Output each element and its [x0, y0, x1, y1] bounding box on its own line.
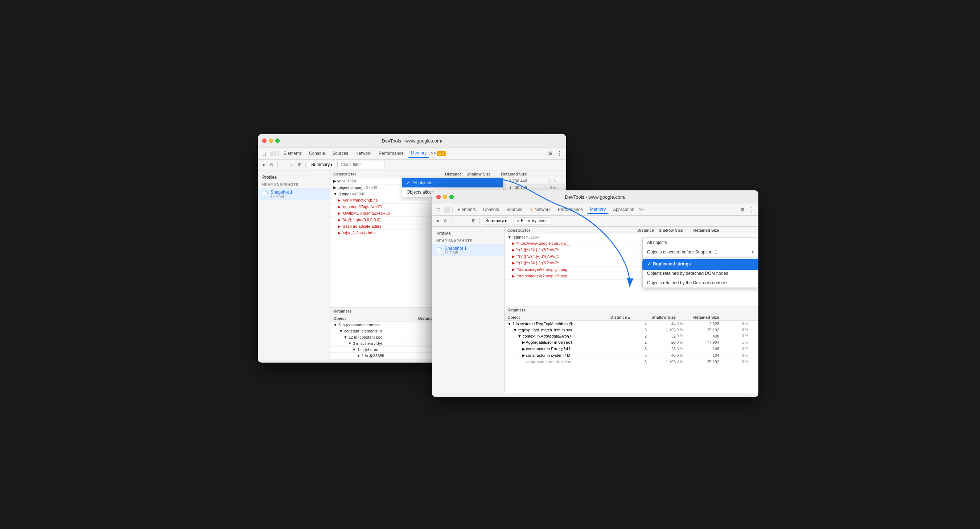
back-checkmark: ✓	[407, 180, 410, 185]
back-tab-network[interactable]: Network	[353, 149, 374, 157]
back-upload-icon[interactable]: ↑	[281, 162, 286, 167]
back-settings-icon[interactable]: ⚙	[547, 150, 554, 157]
front-col-distance: Distance	[625, 228, 654, 232]
table-row[interactable]: ▼ regexp_last_match_info in sys 3 1 196 …	[504, 327, 758, 333]
front-tab-performance[interactable]: Performance	[555, 206, 586, 214]
front-snapshot-item[interactable]: 📄 Snapshot 1 11.7 MB	[432, 245, 504, 256]
front-inspect-icon[interactable]: ⬚	[434, 206, 441, 213]
back-sidebar-profiles[interactable]: Profiles	[258, 173, 330, 181]
front-summary-select[interactable]: Summary ▾	[483, 217, 509, 224]
front-dropdown-detached-dom[interactable]: Objects retained by detached DOM nodes	[643, 268, 758, 278]
back-more-tabs[interactable]: >> ⚠ 2	[431, 151, 446, 156]
front-dropdown-duplicated-strings[interactable]: ✓ Duplicated strings	[643, 259, 758, 268]
front-retainers-rows: ▼ 1 in system / RegExpMatchInfo @ 4 44 0…	[504, 321, 758, 393]
row-name: ▶ "^(?:([^:/?#.]+):)?(?:\/\/(?:	[508, 248, 625, 253]
front-dropdown-before-snapshot[interactable]: Objects allocated before Snapshot 1 ▾	[643, 247, 758, 258]
table-row[interactable]: ▼ context in AggregateError() 2 32 0 % 4…	[504, 333, 758, 339]
back-tab-sources[interactable]: Sources	[329, 149, 351, 157]
front-sidebar-profiles[interactable]: Profiles	[432, 229, 504, 237]
front-maximize-button[interactable]	[449, 195, 454, 199]
front-retainers-section: Retainers Object Distance▲ Shallow Size …	[504, 306, 758, 393]
front-tab-application[interactable]: Application	[610, 206, 637, 214]
front-dropdown-item5-label: Objects retained by the DevTools console	[647, 280, 727, 285]
ret-sh: 1 196	[647, 360, 676, 364]
ret-retp: 0 %	[719, 328, 748, 332]
table-row[interactable]: ▶ AggregateError in Object 1 20 0 % 77 9…	[504, 339, 758, 346]
ret-name: ▼ 1 in system / RegExpMatchInfo @	[508, 322, 611, 326]
back-dropdown-all-objects[interactable]: ✓ All objects	[402, 178, 503, 187]
back-titlebar: DevTools - www.google.com/	[258, 134, 566, 148]
front-clear-icon[interactable]: ⊘	[443, 218, 449, 224]
front-filter-select[interactable]: ▼ Filter by class	[514, 217, 550, 224]
back-clear-icon[interactable]: ⊘	[269, 162, 275, 167]
front-settings-icon[interactable]: ⚙	[739, 206, 746, 213]
back-more-options[interactable]: ⋮	[555, 150, 564, 157]
row-name: ▶ "^data:image\/(?:bmp|gif|jpeg	[508, 267, 625, 272]
front-tab-elements[interactable]: Elements	[455, 206, 479, 214]
front-dropdown-devtools-console[interactable]: Objects retained by the DevTools console	[643, 278, 758, 288]
table-row[interactable]: ▶ constructor in Error @541 3 28 0 % 148…	[504, 346, 758, 353]
front-ret-col-distance: Distance▲	[611, 315, 647, 319]
ret-ret: 77 904	[683, 340, 719, 345]
ret-ret: 2 628	[683, 322, 719, 326]
back-tab-console[interactable]: Console	[306, 149, 328, 157]
front-upload-icon[interactable]: ↑	[455, 218, 461, 224]
front-tab-network[interactable]: ⚠ Network	[527, 206, 554, 214]
table-row[interactable]: aggregate_error_function 3 1 196 0 % 25 …	[504, 359, 758, 365]
front-tab-console[interactable]: Console	[480, 206, 502, 214]
row-name: ▶ "aasb ad adsafe adtes	[333, 224, 433, 229]
ret-name: aggregate_error_function	[508, 360, 611, 364]
back-col-retained: Retained Size	[498, 172, 527, 176]
table-row[interactable]: ▼ 1 in system / RegExpMatchInfo @ 4 44 0…	[504, 321, 758, 327]
ret-name: ▼ context in AggregateError()	[508, 334, 611, 338]
front-col-constructor: Constructor	[508, 228, 625, 232]
front-minimize-button[interactable]	[443, 195, 447, 199]
back-close-button[interactable]	[262, 138, 267, 143]
front-more-tabs[interactable]: >>	[639, 207, 644, 212]
back-class-filter-input[interactable]	[337, 161, 385, 168]
front-dropdown-item2-label: Objects allocated before Snapshot 1	[647, 249, 717, 254]
front-close-button[interactable]	[436, 195, 441, 199]
front-device-icon[interactable]: ⬜	[443, 206, 450, 213]
front-dropdown-arrow: ▾	[751, 249, 754, 254]
back-download-icon[interactable]: ↓	[289, 162, 294, 167]
back-record-icon[interactable]: ●	[261, 162, 267, 167]
front-collect-icon[interactable]: ⊞	[471, 218, 477, 224]
front-ret-col-shallow: Shallow Size	[647, 315, 676, 319]
back-tab-performance[interactable]: Performance	[376, 149, 407, 157]
front-more-options[interactable]: ⋮	[748, 206, 756, 213]
back-warning-badge: ⚠ 2	[437, 151, 446, 156]
back-collect-icon[interactable]: ⊞	[297, 162, 302, 167]
front-download-icon[interactable]: ↓	[463, 218, 469, 224]
ret-shp: 0 %	[676, 328, 683, 332]
back-summary-select[interactable]: Summary ▾	[309, 161, 335, 168]
ret-shp: 0 %	[676, 354, 683, 357]
back-tab-elements[interactable]: Elements	[281, 149, 305, 157]
front-snapshot-size: 11.7 MB	[445, 251, 467, 255]
table-row[interactable]: ▶ constructor in system / M 3 40 0 % 104…	[504, 353, 758, 359]
front-ret-col-retainedpct	[719, 315, 748, 319]
back-minimize-button[interactable]	[269, 138, 273, 143]
ret-retp: 0 %	[719, 347, 748, 351]
ret-sh: 32	[647, 334, 676, 338]
front-ret-col-x	[748, 315, 756, 319]
ret-retp: 1 %	[719, 340, 748, 345]
front-dropdown-item3-label: Duplicated strings	[653, 261, 691, 267]
ret-shp: 0 %	[676, 347, 683, 351]
ret-shp: 0 %	[676, 360, 683, 364]
back-maximize-button[interactable]	[275, 138, 280, 143]
front-record-icon[interactable]: ●	[435, 218, 441, 224]
row-name: ▼ (string) ×31694	[508, 235, 625, 239]
front-dropdown-item1-label: All objects	[647, 240, 667, 245]
front-tab-memory[interactable]: Memory	[587, 205, 609, 214]
front-devtools-body: Profiles HEAP SNAPSHOTS 📄 Snapshot 1 11.…	[432, 227, 758, 393]
front-warning-icon: ⚠	[530, 207, 533, 212]
ret-sh: 1 196	[647, 328, 676, 332]
row-retained-pct: 11 %	[527, 179, 556, 183]
back-inspect-icon[interactable]: ⬚	[260, 150, 267, 157]
back-tab-memory[interactable]: Memory	[408, 149, 430, 158]
front-tab-sources[interactable]: Sources	[503, 206, 525, 214]
back-device-icon[interactable]: ⬜	[269, 150, 276, 157]
front-dropdown-all-objects[interactable]: All objects	[643, 238, 758, 247]
back-snapshot-item[interactable]: 📄 Snapshot 1 15.8 MB	[258, 188, 330, 200]
